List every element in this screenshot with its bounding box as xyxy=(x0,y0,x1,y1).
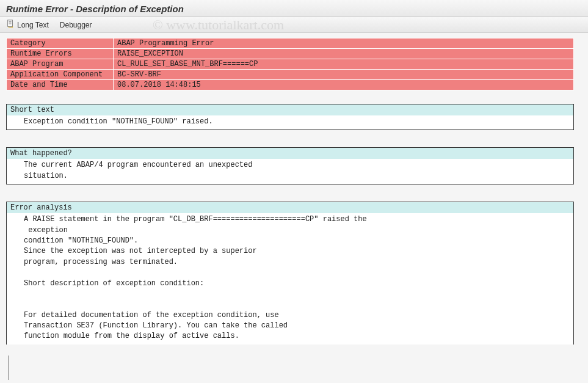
left-divider xyxy=(9,356,9,380)
info-label: ABAP Program xyxy=(7,59,114,70)
section-body: A RAISE statement in the program "CL_DB_… xyxy=(7,213,573,345)
text-line: function module from the display of acti… xyxy=(24,331,570,341)
text-line xyxy=(24,289,570,299)
table-row: CategoryABAP Programming Error xyxy=(7,38,574,49)
content-area: CategoryABAP Programming ErrorRuntime Er… xyxy=(0,33,588,349)
table-row: Runtime ErrorsRAISE_EXCEPTION xyxy=(7,49,574,59)
info-label: Date and Time xyxy=(7,80,114,90)
text-line xyxy=(24,268,570,278)
text-line: The current ABAP/4 program encountered a… xyxy=(24,160,570,170)
text-line: situation. xyxy=(24,171,570,181)
table-row: Application ComponentBC-SRV-BRF xyxy=(7,70,574,80)
document-icon xyxy=(6,20,15,30)
text-line: A RAISE statement in the program "CL_DB_… xyxy=(24,214,570,225)
text-line: Since the exception was not intercepted … xyxy=(24,246,570,257)
debugger-button[interactable]: Debugger xyxy=(60,21,92,29)
info-value: 08.07.2018 14:48:15 xyxy=(114,80,574,90)
section-body: The current ABAP/4 program encountered a… xyxy=(7,159,573,184)
text-line: program, processing was terminated. xyxy=(24,257,570,268)
long-text-button[interactable]: Long Text xyxy=(6,20,49,30)
text-line: exception xyxy=(24,225,570,236)
info-value: BC-SRV-BRF xyxy=(114,70,574,80)
debugger-label: Debugger xyxy=(60,21,92,29)
what-happened-section: What happened? The current ABAP/4 progra… xyxy=(6,147,574,184)
table-row: Date and Time08.07.2018 14:48:15 xyxy=(7,80,574,90)
table-row: ABAP ProgramCL_RULE_SET_BASE_MNT_BRF====… xyxy=(7,59,574,70)
text-line: Short description of exception condition… xyxy=(24,279,570,289)
svg-rect-0 xyxy=(8,20,13,27)
section-header: Short text xyxy=(7,104,573,115)
toolbar: Long Text Debugger xyxy=(0,17,588,33)
text-line: Transaction SE37 (Function Library). You… xyxy=(24,321,570,331)
window-header: Runtime Error - Description of Exception xyxy=(0,0,588,17)
info-value: ABAP Programming Error xyxy=(114,38,574,49)
text-line xyxy=(24,299,570,310)
short-text-section: Short text Exception condition "NOTHING_… xyxy=(6,104,574,130)
long-text-label: Long Text xyxy=(17,21,49,29)
section-body: Exception condition "NOTHING_FOUND" rais… xyxy=(7,115,573,129)
page-title: Runtime Error - Description of Exception xyxy=(6,4,582,14)
error-analysis-section: Error analysis A RAISE statement in the … xyxy=(6,202,574,345)
info-label: Application Component xyxy=(7,70,114,80)
text-line: For detailed documentation of the except… xyxy=(24,310,570,321)
section-header: What happened? xyxy=(7,148,573,159)
section-header: Error analysis xyxy=(7,202,573,213)
info-value: CL_RULE_SET_BASE_MNT_BRF======CP xyxy=(114,59,574,70)
info-value: RAISE_EXCEPTION xyxy=(114,49,574,59)
error-info-table: CategoryABAP Programming ErrorRuntime Er… xyxy=(6,38,574,90)
info-label: Category xyxy=(7,38,114,49)
text-line: Exception condition "NOTHING_FOUND" rais… xyxy=(24,117,570,127)
text-line: condition "NOTHING_FOUND". xyxy=(24,236,570,246)
info-label: Runtime Errors xyxy=(7,49,114,59)
